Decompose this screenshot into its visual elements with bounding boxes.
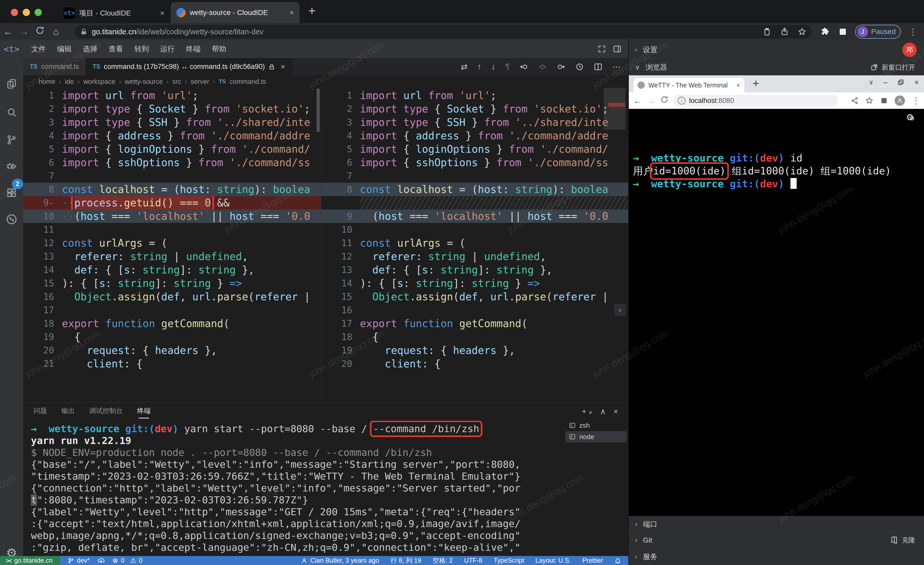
line-number[interactable]: 13 <box>321 263 360 276</box>
close-tab-icon[interactable]: × <box>281 63 285 71</box>
dropdown-caret-icon[interactable]: ∨ <box>869 79 873 86</box>
side-panel-icon[interactable] <box>838 27 848 36</box>
line-number[interactable]: 17 <box>321 317 360 330</box>
terminal-instance-node[interactable]: node <box>566 431 627 442</box>
open-file-icon[interactable]: ⇄ <box>461 62 468 72</box>
user-avatar[interactable]: 邓 <box>902 42 917 57</box>
whitespace-icon[interactable]: ¶ <box>506 62 510 71</box>
line-number[interactable]: 1 <box>321 89 360 102</box>
tab-output[interactable]: 输出 <box>62 406 75 415</box>
apply-right-icon[interactable] <box>556 62 566 71</box>
explorer-icon[interactable] <box>6 78 17 90</box>
blame-info[interactable]: Cian Butler, 3 years ago <box>301 557 379 564</box>
profile-icon[interactable] <box>895 95 905 106</box>
minimize-icon[interactable]: – <box>883 78 888 87</box>
line-number[interactable]: 11 <box>23 223 62 236</box>
line-number[interactable]: 4 <box>23 129 62 143</box>
line-number[interactable]: 15 <box>321 290 360 304</box>
line-number[interactable]: 19 <box>321 344 360 357</box>
line-number[interactable]: 19 <box>23 330 62 344</box>
reload-icon[interactable] <box>32 26 48 38</box>
browser-menu-icon[interactable]: ⋮ <box>912 95 920 106</box>
indentation[interactable]: 空格: 2 <box>433 556 453 565</box>
breadcrumb[interactable]: home› ide› workspace› wetty-source› src›… <box>23 75 628 88</box>
line-number[interactable]: 18 <box>23 317 62 330</box>
line-number[interactable]: 6 <box>23 156 62 169</box>
profile-badge[interactable]: J Paused <box>855 25 901 39</box>
line-number[interactable]: 10 <box>23 209 62 223</box>
cursor-position[interactable]: 行 8, 列 19 <box>391 556 422 565</box>
fullscreen-icon[interactable] <box>597 45 606 53</box>
line-number[interactable]: 15 <box>23 276 62 290</box>
section-settings[interactable]: › 设置 邓 <box>629 40 924 59</box>
line-number[interactable]: 20 <box>23 344 62 357</box>
line-number[interactable]: 18 <box>321 330 360 344</box>
line-number[interactable]: 5 <box>321 143 360 156</box>
back-icon[interactable]: ← <box>631 96 644 106</box>
close-tab-icon[interactable]: × <box>736 81 740 89</box>
new-tab-button[interactable]: + <box>308 4 316 18</box>
forward-icon[interactable]: → <box>644 96 658 106</box>
wetty-terminal[interactable]: ⚙⚙ → wetty-source git:(dev) id用户id=1000(… <box>629 109 924 516</box>
clone-button[interactable]: 克隆 <box>891 536 924 545</box>
section-git[interactable]: › Git 克隆 <box>629 532 924 548</box>
current-change-icon[interactable] <box>538 62 547 71</box>
reload-icon[interactable] <box>658 95 671 106</box>
browser-tab-wetty[interactable]: wetty-source - CloudIDE × <box>171 2 300 23</box>
line-number[interactable]: 2 <box>321 102 360 116</box>
editor-tab-command-ts[interactable]: TS command.ts <box>23 58 86 75</box>
line-number[interactable]: 21 <box>23 357 62 370</box>
line-number[interactable]: 16 <box>321 304 360 317</box>
line-number[interactable]: 6 <box>321 156 360 169</box>
address-bar[interactable]: go.titanide.cn/ide/web/coding/wetty-sour… <box>75 25 812 38</box>
extensions-puzzle-icon[interactable] <box>820 27 830 37</box>
terminal-output[interactable]: → wetty-source git:(dev) yarn start --po… <box>23 421 564 555</box>
tab-terminal[interactable]: 终端 <box>137 406 151 415</box>
new-tab-button[interactable]: + <box>753 77 759 90</box>
tab-debug-console[interactable]: 调试控制台 <box>89 406 123 415</box>
restore-icon[interactable] <box>897 79 904 86</box>
formatter[interactable]: Prettier <box>582 557 603 564</box>
menu-help[interactable]: 帮助 <box>206 44 232 54</box>
browser-menu-icon[interactable]: ⋮ <box>909 27 917 37</box>
line-number[interactable]: 11 <box>321 236 360 250</box>
left-pane-scrollbar[interactable] <box>316 88 320 132</box>
browser-tab-project[interactable]: <t> 项目 - CloudIDE × <box>58 3 170 23</box>
close-icon[interactable]: × <box>914 78 919 87</box>
split-editor-icon[interactable] <box>594 62 603 71</box>
menu-file[interactable]: 文件 <box>26 44 51 54</box>
line-number[interactable]: 3 <box>23 116 62 129</box>
line-number[interactable]: 2 <box>23 102 62 116</box>
line-number[interactable]: 7 <box>23 169 62 183</box>
line-number[interactable]: 16 <box>23 290 62 304</box>
search-icon[interactable] <box>6 107 17 118</box>
right-pane-scrollbar[interactable] <box>604 88 626 129</box>
new-terminal-icon[interactable]: + ∨ <box>582 407 592 416</box>
section-services[interactable]: › 服务 <box>629 548 924 565</box>
embedded-address-bar[interactable]: i localhost:8080 <box>673 95 838 107</box>
line-number[interactable]: 10 <box>321 223 360 236</box>
window-controls[interactable] <box>11 9 42 16</box>
layout-icon[interactable] <box>613 45 622 53</box>
line-number[interactable]: 14 <box>321 276 360 290</box>
clipboard-icon[interactable] <box>763 27 771 36</box>
home-icon[interactable]: ⌂ <box>48 26 64 37</box>
keyboard-layout[interactable]: Layout: U.S. <box>536 557 571 564</box>
diff-pane-original[interactable]: 1import url from 'url';2import type { So… <box>23 88 321 403</box>
maximize-panel-icon[interactable]: ∧ <box>600 407 606 416</box>
line-number[interactable]: 7 <box>321 169 360 183</box>
line-number[interactable]: 12 <box>23 236 62 250</box>
line-number[interactable]: 5 <box>23 143 62 156</box>
close-tab-icon[interactable]: × <box>289 8 294 17</box>
more-actions-icon[interactable]: ⋯ <box>612 62 621 72</box>
menu-goto[interactable]: 转到 <box>129 44 154 54</box>
editor-tab-diff[interactable]: TS command.ts (17b75c98) ↔ command.ts (d… <box>86 58 292 75</box>
line-number[interactable]: 17 <box>23 304 62 317</box>
menu-run[interactable]: 运行 <box>154 44 180 54</box>
section-ports[interactable]: › 端口 <box>629 516 924 532</box>
tab-problems[interactable]: 问题 <box>33 406 47 415</box>
menu-terminal[interactable]: 终端 <box>180 44 206 54</box>
zoom-window-button[interactable] <box>34 9 42 16</box>
line-number[interactable]: 1 <box>23 89 62 102</box>
close-panel-icon[interactable]: × <box>614 407 618 416</box>
